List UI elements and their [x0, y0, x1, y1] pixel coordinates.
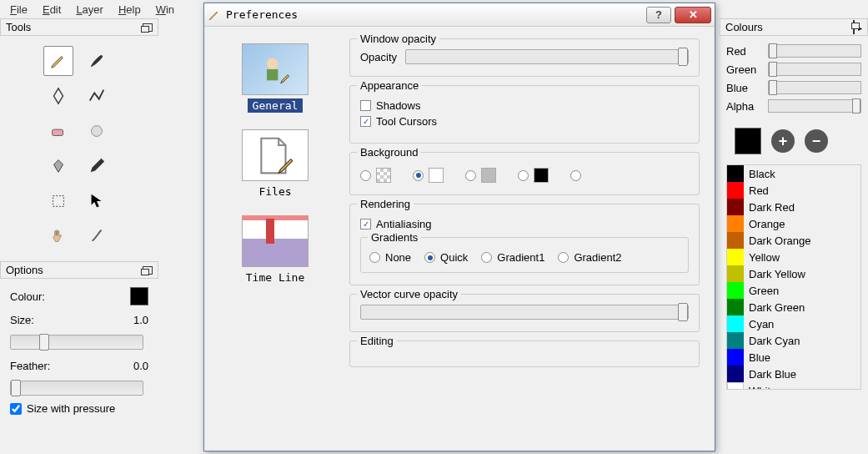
red-label: Red — [726, 45, 763, 58]
background-group: Background — [349, 152, 700, 195]
colour-item[interactable]: Dark Orange — [727, 232, 860, 249]
tools-grid — [0, 36, 158, 261]
colour-item[interactable]: Black — [727, 165, 860, 182]
colour-item[interactable]: Blue — [727, 349, 860, 366]
colour-item[interactable]: Red — [727, 182, 860, 199]
shadows-checkbox[interactable]: Shadows — [360, 99, 689, 112]
restore-icon[interactable] — [143, 266, 153, 275]
gradient-quick-label: Quick — [440, 251, 468, 264]
tools-panel-title: Tools — [0, 18, 158, 36]
colour-item[interactable]: Dark Blue — [727, 366, 860, 382]
gradient-2[interactable]: Gradient2 — [558, 251, 621, 264]
colour-label: Colour: — [10, 290, 45, 303]
nav-files[interactable]: Files — [242, 129, 309, 199]
dialog-title: Preferences — [226, 8, 643, 21]
colour-item[interactable]: Dark Red — [727, 199, 860, 215]
bucket-tool[interactable] — [43, 151, 73, 181]
move-tool[interactable] — [82, 186, 112, 216]
dialog-nav: General Files Time Line — [204, 27, 346, 451]
titlebar[interactable]: Preferences ? ✕ — [204, 3, 715, 27]
current-colour-swatch[interactable] — [735, 128, 761, 154]
options-panel-title: Options — [0, 261, 158, 279]
tool-cursors-label: Tool Cursors — [376, 115, 437, 128]
menu-help[interactable]: Help — [112, 2, 148, 18]
colour-item[interactable]: Green — [727, 282, 860, 299]
help-button[interactable]: ? — [646, 7, 671, 23]
colour-item[interactable]: White — [727, 382, 860, 390]
antialiasing-label: Antialiasing — [376, 218, 432, 230]
editing-group: Editing — [349, 340, 700, 367]
colour-swatch[interactable] — [130, 287, 148, 305]
bg-option-white[interactable] — [413, 168, 444, 183]
editing-title: Editing — [357, 335, 397, 347]
pen-tool[interactable] — [43, 81, 73, 111]
blue-slider[interactable] — [768, 81, 861, 94]
svg-point-3 — [267, 58, 278, 69]
gradient1-label: Gradient1 — [497, 251, 544, 264]
gradient-none[interactable]: None — [369, 251, 411, 264]
feather-slider[interactable] — [10, 381, 143, 396]
size-pressure-checkbox[interactable]: Size with pressure — [10, 402, 148, 415]
nav-general[interactable]: General — [242, 43, 309, 113]
colour-item[interactable]: Dark Cyan — [727, 332, 860, 349]
bg-option-black[interactable] — [518, 168, 549, 183]
menu-edit[interactable]: Edit — [36, 2, 68, 18]
vector-opacity-group: Vector curve opacity — [349, 294, 700, 332]
background-title: Background — [357, 146, 421, 159]
bg-option-grey[interactable] — [465, 168, 496, 183]
polyline-tool[interactable] — [82, 81, 112, 111]
nav-files-label: Files — [253, 184, 296, 199]
select-tool[interactable] — [43, 186, 73, 216]
dialog-content: Window opacity Opacity Appearance Shadow… — [346, 27, 715, 451]
remove-colour-button[interactable]: − — [805, 129, 828, 153]
brush-tool[interactable] — [82, 46, 112, 76]
restore-icon[interactable] — [853, 20, 855, 34]
menu-layer[interactable]: Layer — [69, 2, 110, 18]
bg-option-none[interactable] — [570, 170, 581, 181]
opacity-slider[interactable] — [405, 49, 689, 64]
colour-item[interactable]: Orange — [727, 215, 860, 232]
shadows-label: Shadows — [376, 99, 420, 112]
hand-tool[interactable] — [43, 221, 73, 251]
size-value: 1.0 — [133, 314, 148, 326]
opacity-label: Opacity — [360, 51, 397, 63]
green-slider[interactable] — [768, 63, 861, 76]
pencil-tool[interactable] — [43, 46, 73, 76]
restore-icon[interactable] — [143, 23, 153, 32]
gradient-quick[interactable]: Quick — [424, 251, 468, 264]
window-opacity-title: Window opacity — [357, 33, 439, 45]
menu-file[interactable]: File — [3, 2, 34, 18]
vector-opacity-slider[interactable] — [360, 305, 689, 320]
antialiasing-checkbox[interactable]: ✓Antialiasing — [360, 218, 689, 230]
gradient-1[interactable]: Gradient1 — [481, 251, 544, 264]
blue-label: Blue — [726, 82, 763, 94]
tool-cursors-checkbox[interactable]: ✓Tool Cursors — [360, 115, 689, 128]
colour-item[interactable]: Dark Green — [727, 299, 860, 315]
red-slider[interactable] — [768, 44, 861, 58]
adjust-tool[interactable] — [82, 221, 112, 251]
menu-windows[interactable]: Win — [149, 2, 181, 18]
size-slider[interactable] — [10, 335, 143, 350]
gradients-title: Gradients — [368, 231, 421, 244]
eyedropper-tool[interactable] — [82, 151, 112, 181]
colour-item[interactable]: Yellow — [727, 249, 860, 265]
alpha-slider[interactable] — [768, 99, 861, 113]
bg-option-checker[interactable] — [360, 168, 391, 183]
colours-panel-title: Colours ▸ — [720, 18, 868, 36]
close-button[interactable]: ✕ — [675, 7, 711, 23]
add-colour-button[interactable]: + — [771, 129, 795, 153]
eraser-tool[interactable] — [43, 116, 73, 146]
nav-timeline[interactable]: Time Line — [241, 215, 309, 285]
rendering-group: Rendering ✓Antialiasing Gradients None Q… — [349, 204, 700, 285]
green-label: Green — [726, 63, 763, 76]
nav-general-label: General — [248, 98, 304, 113]
size-pressure-label: Size with pressure — [27, 402, 115, 415]
appearance-group: Appearance Shadows ✓Tool Cursors — [349, 85, 700, 144]
pencil-icon — [208, 8, 221, 22]
colour-item[interactable]: Cyan — [727, 315, 860, 332]
colour-list[interactable]: BlackRedDark RedOrangeDark OrangeYellowD… — [726, 164, 861, 390]
colours-title-text: Colours — [725, 21, 763, 33]
colour-item[interactable]: Dark Yellow — [727, 265, 860, 282]
smudge-tool[interactable] — [82, 116, 112, 146]
svg-rect-2 — [53, 196, 64, 207]
